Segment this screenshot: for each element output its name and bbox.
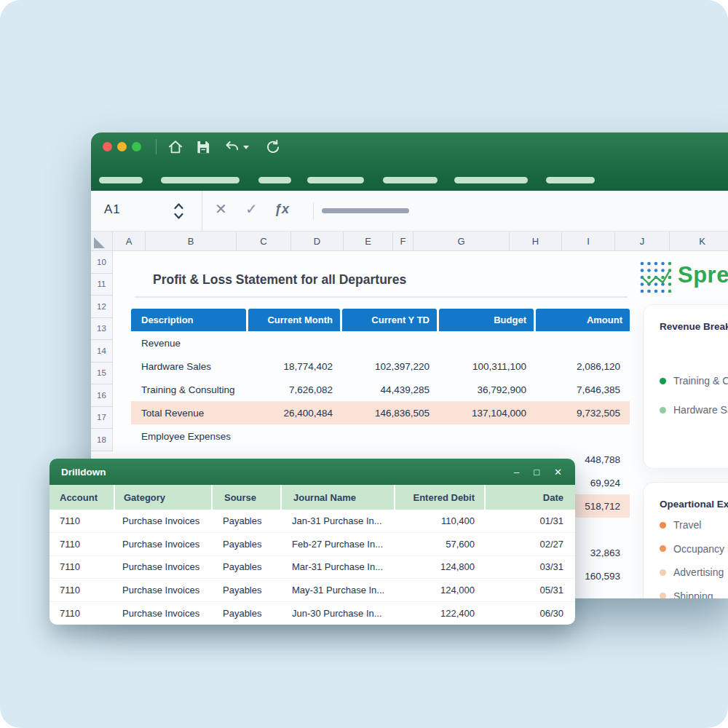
row-headers: 101112131415161718 (91, 251, 113, 451)
legend-label: Advertising (673, 566, 724, 578)
save-icon (194, 138, 213, 157)
card-title: Opeartional Exp (660, 499, 728, 510)
select-all-corner[interactable] (91, 232, 113, 250)
row-header-cell[interactable]: 17 (91, 407, 113, 430)
drilldown-header-cell[interactable]: Gategory (114, 485, 211, 510)
name-box-spinner[interactable] (173, 202, 184, 223)
card-title: Revenue Breakd (660, 321, 728, 332)
drilldown-header-cell[interactable]: Journal Name (280, 485, 394, 510)
column-header-cell[interactable]: C (237, 232, 291, 250)
row-header-cell[interactable]: 13 (91, 318, 113, 341)
cell-reference[interactable]: A1 (104, 202, 121, 217)
confirm-entry-button[interactable]: ✓ (245, 200, 258, 218)
pnl-header-cell[interactable]: Current Y TD (342, 309, 437, 331)
legend-label: Training & Con (673, 375, 728, 387)
close-button[interactable]: ✕ (554, 467, 562, 477)
brand-logo-icon (639, 261, 673, 294)
zoom-traffic-light[interactable] (132, 142, 141, 151)
legend-dot-icon (660, 378, 666, 384)
legend-item: Shipping (660, 588, 728, 599)
cancel-entry-button[interactable]: ✕ (215, 200, 227, 218)
table-row[interactable]: 7110Purchase InvoicesPayablesMay-31 Purc… (50, 579, 575, 602)
legend-label: Hardware Sale (673, 404, 728, 416)
column-letter-cells: ABCDEFGHIJK (113, 232, 728, 250)
table-row[interactable]: 7110Purchase InvoicesPayablesJun-30 Purc… (50, 602, 575, 625)
column-header-cell[interactable]: F (393, 232, 414, 250)
window-titlebar (91, 132, 728, 191)
row-header-cell[interactable]: 11 (91, 274, 113, 296)
screenshot-canvas: A1 ✕ ✓ ƒx ABCDEFGHIJK 10111213 (0, 0, 728, 728)
home-button[interactable] (166, 138, 185, 157)
table-row[interactable]: Hardware Sales18,774,402102,397,220100,3… (131, 355, 630, 378)
drilldown-table-rows: 7110Purchase InvoicesPayablesJan-31 Purc… (50, 510, 575, 625)
legend-dot-icon (660, 593, 666, 598)
menu-item-pill[interactable] (99, 177, 143, 183)
drilldown-header-cell[interactable]: Account (50, 485, 114, 510)
minimize-traffic-light[interactable] (117, 142, 127, 151)
drilldown-header-cell[interactable]: Entered Debit (394, 485, 484, 510)
menu-item-pill[interactable] (454, 177, 528, 183)
row-header-cell[interactable]: 14 (91, 340, 113, 363)
pnl-header-cell[interactable]: Budget (439, 309, 534, 331)
revenue-legend: Training & Con Hardware Sale (660, 373, 728, 418)
legend-dot-icon (660, 569, 666, 576)
undo-dropdown-caret[interactable] (243, 146, 249, 149)
drilldown-table-header: AccountGategorySourseJournal NameEntered… (50, 485, 575, 510)
formula-bar: A1 ✕ ✓ ƒx (91, 191, 728, 232)
name-box[interactable]: A1 (91, 191, 202, 231)
drilldown-window: Drilldown – □ ✕ AccountGategorySourseJou… (50, 459, 575, 625)
pnl-header-cell[interactable]: Current Month (248, 309, 340, 331)
undo-button[interactable] (223, 138, 242, 157)
redo-button[interactable] (264, 138, 282, 157)
home-icon (166, 138, 185, 157)
row-header-cell[interactable]: 12 (91, 296, 113, 318)
legend-label: Shipping (673, 590, 713, 599)
table-row[interactable]: 7110Purchase InvoicesPayablesMar-31 Purc… (50, 556, 575, 579)
close-traffic-light[interactable] (103, 142, 112, 151)
drilldown-header-cell[interactable]: Sourse (211, 485, 280, 510)
table-row[interactable]: 7110Purchase InvoicesPayablesFeb-27 Purc… (50, 533, 575, 556)
legend-item: Training & Con (660, 373, 728, 389)
menu-item-pill[interactable] (307, 177, 364, 183)
title-underline (135, 296, 628, 298)
save-button[interactable] (194, 138, 213, 157)
drilldown-header-cell[interactable]: Date (484, 485, 575, 510)
menu-item-pill[interactable] (383, 177, 438, 183)
table-row[interactable]: Revenue (131, 331, 630, 355)
formula-content-placeholder[interactable] (322, 208, 409, 213)
drilldown-titlebar[interactable]: Drilldown – □ ✕ (50, 459, 575, 485)
column-header-cell[interactable]: K (670, 232, 728, 250)
operational-expenses-card: Opeartional Exp Travel Occupancy Ex (643, 482, 728, 598)
row-header-cell[interactable]: 16 (91, 384, 113, 407)
row-header-cell[interactable]: 10 (91, 251, 113, 274)
column-header-cell[interactable]: G (414, 232, 510, 250)
table-row[interactable]: 7110Purchase InvoicesPayablesJan-31 Purc… (50, 510, 575, 533)
insert-function-button[interactable]: ƒx (274, 202, 289, 217)
column-header-cell[interactable]: E (344, 232, 393, 250)
column-header-cell[interactable]: A (113, 232, 146, 250)
menu-item-pill[interactable] (546, 177, 595, 183)
column-header-cell[interactable]: B (146, 232, 237, 250)
legend-dot-icon (660, 522, 666, 529)
formula-bar-divider (313, 202, 314, 220)
legend-item: Advertising (660, 564, 728, 580)
menu-item-pill[interactable] (258, 177, 291, 183)
column-header-cell[interactable]: H (510, 232, 562, 250)
pnl-header-cell[interactable]: Description (131, 309, 246, 331)
maximize-button[interactable]: □ (534, 467, 539, 477)
menu-item-pill[interactable] (161, 177, 240, 183)
column-header-cell[interactable]: I (562, 232, 615, 250)
pnl-header-cell[interactable]: Amount (536, 309, 630, 331)
sheet-title: Profit & Loss Statement for all Departur… (153, 272, 406, 288)
row-header-cell[interactable]: 15 (91, 363, 113, 385)
minimize-button[interactable]: – (514, 467, 519, 477)
column-header-cell[interactable]: J (615, 232, 670, 250)
table-row[interactable]: Total Revenue26,400,484146,836,505137,10… (131, 401, 630, 424)
table-row[interactable]: Training & Consulting7,626,08244,439,285… (131, 378, 630, 401)
brand-wordmark: Spre (678, 262, 728, 288)
legend-label: Occupancy Ex (673, 543, 728, 555)
table-row[interactable]: Employee Expenses (131, 424, 630, 448)
row-header-cell[interactable]: 18 (91, 429, 113, 451)
titlebar-divider (156, 139, 157, 154)
column-header-cell[interactable]: D (291, 232, 344, 250)
